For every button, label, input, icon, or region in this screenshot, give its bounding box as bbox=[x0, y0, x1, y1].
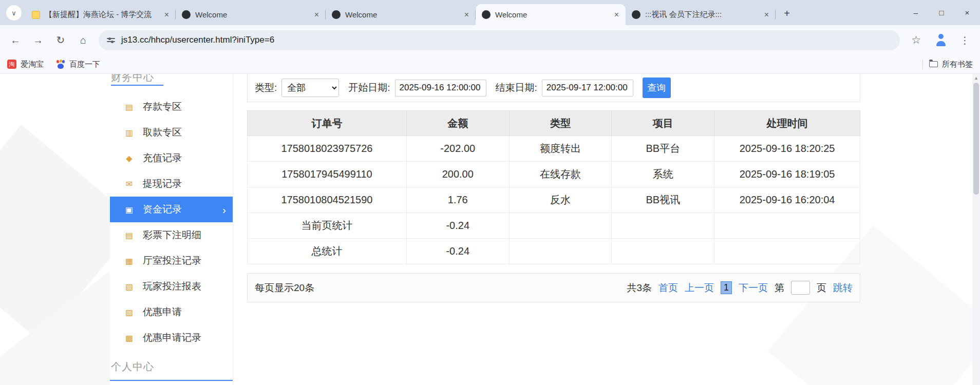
page-scrollbar[interactable]: ▲ bbox=[972, 74, 980, 385]
jump-page-input[interactable] bbox=[791, 281, 810, 295]
tab-welcome-2[interactable]: Welcome × bbox=[326, 4, 476, 25]
refresh-button[interactable]: ↻ bbox=[50, 30, 71, 50]
folder-icon bbox=[929, 61, 938, 67]
cell-empty bbox=[714, 239, 860, 264]
cell-time: 2025-09-16 18:19:05 bbox=[714, 162, 860, 187]
cell-order-no: 1758018023975726 bbox=[248, 136, 407, 162]
end-date-label: 结束日期: bbox=[496, 81, 537, 94]
sidebar-item-label: 彩票下注明细 bbox=[143, 228, 201, 242]
cell-type: 反水 bbox=[509, 187, 612, 213]
cell-project: BB视讯 bbox=[612, 187, 714, 213]
tab-welcome-1[interactable]: Welcome × bbox=[176, 4, 326, 25]
total-count-text: 共3条 bbox=[627, 281, 652, 295]
cell-order-no: 1758010804521590 bbox=[248, 187, 407, 213]
tab-bet-records[interactable]: :::视讯 会员下注纪录::: × bbox=[626, 4, 776, 25]
search-button[interactable]: 查询 bbox=[643, 78, 671, 98]
tab-title: Welcome bbox=[495, 10, 607, 19]
sidebar-item-hall-bet-record[interactable]: ▦ 厅室投注记录 bbox=[110, 248, 233, 274]
type-select[interactable]: 全部 bbox=[281, 79, 339, 97]
cell-time: 2025-09-16 18:20:25 bbox=[714, 136, 860, 162]
dark-globe-favicon bbox=[632, 10, 640, 19]
table-row: 1758018023975726 -202.00 额度转出 BB平台 2025-… bbox=[248, 136, 860, 162]
close-icon[interactable]: × bbox=[462, 10, 472, 20]
main-panel: 类型: 全部 开始日期: 结束日期: 查询 订单号 金额 类 bbox=[247, 74, 860, 385]
maximize-button[interactable]: □ bbox=[929, 0, 954, 25]
home-icon: ⌂ bbox=[80, 34, 86, 46]
cell-empty bbox=[509, 213, 612, 239]
sidebar-item-player-bet-report[interactable]: ▧ 玩家投注报表 bbox=[110, 274, 233, 299]
funds-record-table: 订单号 金额 类型 项目 处理时间 1758018023975726 -202.… bbox=[247, 110, 860, 264]
home-button[interactable]: ⌂ bbox=[73, 30, 93, 50]
scrollbar-thumb[interactable] bbox=[973, 83, 979, 195]
forward-icon: → bbox=[33, 34, 43, 46]
cell-time: 2025-09-16 16:20:04 bbox=[714, 187, 860, 213]
browser-menu-icon[interactable]: ⋮ bbox=[960, 34, 970, 46]
sidebar-item-label: 提现记录 bbox=[143, 177, 182, 190]
jump-label-post: 页 bbox=[817, 281, 826, 295]
sidebar-item-withdraw[interactable]: ▥ 取款专区 bbox=[110, 120, 233, 145]
first-page-link[interactable]: 首页 bbox=[658, 281, 678, 295]
bookmark-label: 百度一下 bbox=[69, 60, 100, 69]
dark-globe-favicon bbox=[332, 10, 341, 19]
pagination-bar: 每页显示20条 共3条 首页 上一页 1 下一页 第 页 跳转 bbox=[247, 273, 860, 302]
browser-tab-strip: ∨ 【新提醒】海燕论坛 - 博学交流 × Welcome × Welcome ×… bbox=[0, 0, 980, 25]
close-window-button[interactable]: × bbox=[954, 0, 980, 25]
new-tab-button[interactable]: + bbox=[779, 5, 795, 22]
close-icon[interactable]: × bbox=[312, 10, 322, 20]
bookmark-taobao[interactable]: 淘 爱淘宝 bbox=[7, 60, 44, 69]
sidebar-item-promo-apply-record[interactable]: ▩ 优惠申请记录 bbox=[110, 325, 233, 351]
cell-amount: -202.00 bbox=[406, 136, 509, 162]
scrollbar-up-arrow[interactable]: ▲ bbox=[972, 74, 980, 82]
sidebar-item-lottery-bet-detail[interactable]: ▤ 彩票下注明细 bbox=[110, 222, 233, 248]
dark-globe-favicon bbox=[482, 10, 491, 19]
tab-title: 【新提醒】海燕论坛 - 博学交流 bbox=[45, 10, 157, 20]
site-settings-icon[interactable] bbox=[107, 36, 115, 44]
recharge-record-icon: ◆ bbox=[124, 153, 134, 163]
end-date-input[interactable] bbox=[542, 80, 633, 97]
sidebar-item-deposit[interactable]: ▤ 存款专区 bbox=[110, 94, 233, 120]
all-bookmarks-button[interactable]: 所有书签 bbox=[929, 60, 973, 69]
filter-bar: 类型: 全部 开始日期: 结束日期: 查询 bbox=[247, 74, 860, 102]
next-page-link[interactable]: 下一页 bbox=[739, 281, 768, 295]
prev-page-link[interactable]: 上一页 bbox=[685, 281, 714, 295]
tab-search-button[interactable]: ∨ bbox=[6, 5, 22, 21]
column-header-time: 处理时间 bbox=[714, 111, 860, 136]
address-bar[interactable]: js13.cc/hhcp/usercenter.html?iniType=6 bbox=[99, 30, 900, 50]
sidebar-item-promo-apply[interactable]: ▨ 优惠申请 bbox=[110, 299, 233, 325]
sidebar-item-funds-record[interactable]: ▣ 资金记录 › bbox=[110, 197, 233, 222]
close-icon[interactable]: × bbox=[612, 10, 621, 20]
cell-order-no: 1758017945499110 bbox=[248, 162, 407, 187]
back-button[interactable]: ← bbox=[5, 30, 26, 50]
profile-avatar[interactable] bbox=[934, 34, 948, 46]
close-icon[interactable]: × bbox=[162, 10, 172, 20]
table-row: 1758010804521590 1.76 反水 BB视讯 2025-09-16… bbox=[248, 187, 860, 213]
cell-type: 在线存款 bbox=[509, 162, 612, 187]
cell-empty bbox=[612, 213, 714, 239]
minimize-button[interactable]: – bbox=[903, 0, 929, 25]
promo-apply-record-icon: ▩ bbox=[124, 333, 134, 343]
bookmark-label: 爱淘宝 bbox=[21, 60, 44, 69]
start-date-input[interactable] bbox=[395, 80, 486, 97]
start-date-label: 开始日期: bbox=[348, 81, 390, 94]
close-icon[interactable]: × bbox=[762, 10, 771, 20]
cell-label: 总统计 bbox=[248, 239, 407, 264]
close-icon: × bbox=[965, 8, 970, 17]
cell-empty bbox=[714, 213, 860, 239]
tab-haiyan-forum[interactable]: 【新提醒】海燕论坛 - 博学交流 × bbox=[26, 4, 176, 25]
jump-button[interactable]: 跳转 bbox=[833, 281, 853, 295]
webpage-viewport: 财务中心 ▤ 存款专区 ▥ 取款专区 ◆ 充值记录 ✉ 提现记录 bbox=[0, 74, 980, 385]
sidebar-section-personal: 个人中心 bbox=[110, 357, 233, 381]
bookmark-baidu[interactable]: 百度一下 bbox=[56, 60, 100, 69]
sidebar-item-recharge-record[interactable]: ◆ 充值记录 bbox=[110, 145, 233, 171]
bookmark-star-icon[interactable]: ☆ bbox=[911, 34, 921, 46]
sidebar-item-withdrawal-record[interactable]: ✉ 提现记录 bbox=[110, 171, 233, 197]
all-bookmarks-label: 所有书签 bbox=[942, 60, 973, 69]
sidebar-item-label: 充值记录 bbox=[143, 151, 182, 165]
url-text[interactable]: js13.cc/hhcp/usercenter.html?iniType=6 bbox=[121, 35, 274, 45]
tab-welcome-active[interactable]: Welcome × bbox=[476, 4, 626, 25]
column-header-type: 类型 bbox=[509, 111, 612, 136]
player-bet-report-icon: ▧ bbox=[124, 282, 134, 292]
tab-title: :::视讯 会员下注纪录::: bbox=[645, 10, 757, 20]
forward-button[interactable]: → bbox=[28, 30, 48, 50]
column-header-amount: 金额 bbox=[406, 111, 509, 136]
